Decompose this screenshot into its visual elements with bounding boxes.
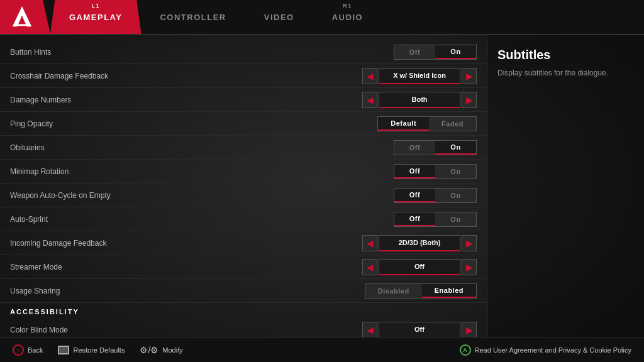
minimap-rotation-label: Minimap Rotation	[10, 167, 394, 176]
incoming-damage-value: 2D/3D (Both)	[379, 235, 460, 251]
minimap-rotation-toggle: Off On	[394, 164, 477, 179]
minimap-rotation-on[interactable]: On	[435, 165, 476, 178]
setting-ping-opacity: Ping Opacity Default Faded	[0, 112, 487, 136]
setting-usage-sharing: Usage Sharing Disabled Enabled	[0, 279, 487, 303]
damage-numbers-next[interactable]: ▶	[462, 92, 477, 108]
ping-opacity-default[interactable]: Default	[378, 117, 429, 131]
usage-sharing-toggle: Disabled Enabled	[365, 283, 477, 299]
app-container: L1 GAMEPLAY CONTROLLER VIDEO R1 AUDIO Bu…	[0, 0, 644, 362]
tab-audio[interactable]: R1 AUDIO	[313, 0, 382, 34]
weapon-autocycle-on[interactable]: On	[435, 189, 476, 202]
button-hints-toggle: Off On	[394, 45, 477, 60]
streamer-mode-control: ◀ Off ▶	[362, 259, 477, 275]
weapon-autocycle-control: Off On	[394, 188, 477, 203]
weapon-autocycle-label: Weapon Auto-Cycle on Empty	[10, 191, 394, 200]
footer-back[interactable]: ○ Back	[13, 344, 43, 356]
color-blind-value: Off	[379, 322, 460, 337]
modify-icon: ⚙/⚙	[140, 345, 158, 355]
logo	[0, 0, 50, 34]
settings-panel[interactable]: Button Hints Off On Crosshair Damage Fee…	[0, 35, 487, 337]
setting-button-hints: Button Hints Off On	[0, 40, 487, 64]
usage-sharing-enabled[interactable]: Enabled	[422, 284, 476, 298]
crosshair-prev[interactable]: ◀	[362, 68, 377, 84]
footer-left: ○ Back Restore Defaults ⚙/⚙ Modify	[13, 344, 183, 356]
streamer-mode-prev[interactable]: ◀	[362, 259, 377, 275]
button-hints-label: Button Hints	[10, 48, 394, 57]
setting-damage-numbers: Damage Numbers ◀ Both ▶	[0, 88, 487, 112]
footer-modify[interactable]: ⚙/⚙ Modify	[140, 345, 182, 355]
accessibility-section-header: ACCESSIBILITY	[0, 303, 487, 318]
streamer-mode-label: Streamer Mode	[10, 263, 362, 272]
tab-audio-label: AUDIO	[332, 13, 363, 22]
incoming-damage-next[interactable]: ▶	[462, 235, 477, 251]
weapon-autocycle-toggle: Off On	[394, 188, 477, 203]
svg-rect-2	[14, 24, 31, 26]
tab-gameplay-indicator: L1	[91, 3, 100, 9]
ping-opacity-toggle: Default Faded	[377, 116, 477, 131]
setting-color-blind: Color Blind Mode ◀ Off ▶	[0, 318, 487, 337]
setting-weapon-autocycle: Weapon Auto-Cycle on Empty Off On	[0, 184, 487, 207]
legal-icon: A	[460, 344, 471, 356]
usage-sharing-disabled[interactable]: Disabled	[365, 284, 422, 298]
back-label: Back	[28, 346, 43, 354]
obituaries-label: Obituaries	[10, 143, 394, 152]
tab-controller[interactable]: CONTROLLER	[141, 0, 245, 34]
tab-audio-indicator: R1	[343, 3, 352, 9]
nav-tabs: L1 GAMEPLAY CONTROLLER VIDEO R1 AUDIO	[50, 0, 644, 34]
streamer-mode-value: Off	[379, 259, 460, 275]
crosshair-next[interactable]: ▶	[462, 68, 477, 84]
usage-sharing-label: Usage Sharing	[10, 287, 365, 295]
button-hints-off[interactable]: Off	[394, 45, 435, 59]
right-panel-description: Display subtitles for the dialogue.	[497, 67, 634, 79]
weapon-autocycle-off[interactable]: Off	[394, 189, 435, 202]
crosshair-value: X w/ Shield Icon	[379, 68, 460, 84]
button-hints-control: Off On	[394, 45, 477, 60]
auto-sprint-control: Off On	[394, 212, 477, 227]
crosshair-control: ◀ X w/ Shield Icon ▶	[362, 68, 477, 84]
tab-gameplay-label: GAMEPLAY	[69, 13, 122, 22]
damage-numbers-prev[interactable]: ◀	[362, 92, 377, 108]
tab-video-label: VIDEO	[264, 13, 294, 22]
tab-gameplay[interactable]: L1 GAMEPLAY	[50, 0, 141, 34]
color-blind-prev[interactable]: ◀	[362, 322, 377, 337]
ping-opacity-label: Ping Opacity	[10, 119, 377, 128]
color-blind-next[interactable]: ▶	[462, 322, 477, 337]
auto-sprint-label: Auto-Sprint	[10, 215, 394, 224]
obituaries-on[interactable]: On	[435, 141, 476, 155]
incoming-damage-prev[interactable]: ◀	[362, 235, 377, 251]
auto-sprint-on[interactable]: On	[435, 212, 476, 226]
setting-auto-sprint: Auto-Sprint Off On	[0, 207, 487, 231]
tab-video[interactable]: VIDEO	[245, 0, 313, 34]
obituaries-off[interactable]: Off	[394, 141, 435, 155]
auto-sprint-off[interactable]: Off	[394, 212, 435, 226]
damage-numbers-value: Both	[379, 92, 460, 108]
ping-opacity-faded[interactable]: Faded	[429, 117, 476, 131]
footer-legal[interactable]: A Read User Agreement and Privacy & Cook…	[460, 344, 631, 356]
modify-label: Modify	[162, 346, 182, 354]
ping-opacity-control: Default Faded	[377, 116, 477, 131]
header: L1 GAMEPLAY CONTROLLER VIDEO R1 AUDIO	[0, 0, 644, 35]
footer-restore[interactable]: Restore Defaults	[58, 346, 125, 354]
setting-minimap-rotation: Minimap Rotation Off On	[0, 160, 487, 184]
restore-label: Restore Defaults	[73, 346, 125, 354]
usage-sharing-control: Disabled Enabled	[365, 283, 477, 299]
crosshair-label: Crosshair Damage Feedback	[10, 72, 362, 80]
damage-numbers-control: ◀ Both ▶	[362, 92, 477, 108]
setting-crosshair: Crosshair Damage Feedback ◀ X w/ Shield …	[0, 64, 487, 88]
legal-label: Read User Agreement and Privacy & Cookie…	[475, 346, 631, 354]
obituaries-toggle: Off On	[394, 140, 477, 155]
right-panel-title: Subtitles	[497, 48, 634, 62]
tab-controller-label: CONTROLLER	[160, 13, 226, 22]
streamer-mode-next[interactable]: ▶	[462, 259, 477, 275]
minimap-rotation-control: Off On	[394, 164, 477, 179]
setting-streamer-mode: Streamer Mode ◀ Off ▶	[0, 255, 487, 279]
back-icon: ○	[13, 344, 24, 356]
button-hints-on[interactable]: On	[435, 45, 476, 59]
main-content: Button Hints Off On Crosshair Damage Fee…	[0, 35, 644, 337]
incoming-damage-label: Incoming Damage Feedback	[10, 239, 362, 248]
incoming-damage-control: ◀ 2D/3D (Both) ▶	[362, 235, 477, 251]
auto-sprint-toggle: Off On	[394, 212, 477, 227]
footer: ○ Back Restore Defaults ⚙/⚙ Modify A Rea…	[0, 337, 644, 362]
minimap-rotation-off[interactable]: Off	[394, 165, 435, 178]
color-blind-label: Color Blind Mode	[10, 326, 362, 334]
